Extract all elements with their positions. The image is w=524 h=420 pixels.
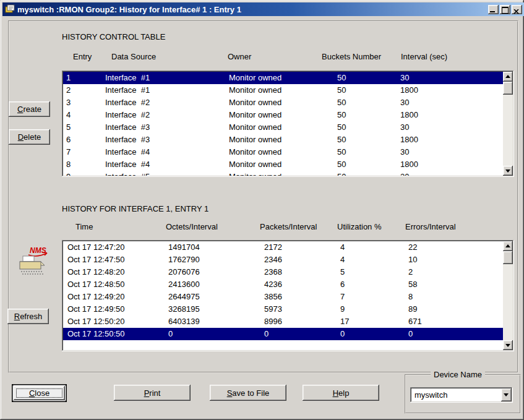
save-button-label: S <box>227 388 233 398</box>
help-button-label: H <box>333 388 338 398</box>
table-row[interactable]: 6Interface #3Monitor owned501800 <box>63 134 503 146</box>
scroll-up-button[interactable] <box>503 72 513 82</box>
column-header-time: Time <box>75 222 93 231</box>
table-cell: 17 <box>340 315 408 328</box>
print-button-label: P <box>144 388 150 398</box>
table-cell: 30 <box>400 121 503 134</box>
table-cell: Monitor owned <box>229 96 337 109</box>
history-list-rows: Oct 17 12:47:2014917042172422Oct 17 12:4… <box>63 241 503 350</box>
table-cell: Interface #3 <box>105 121 229 134</box>
scrollbar-thumb[interactable] <box>503 82 513 95</box>
titlebar[interactable]: myswitch :RMON Group2: History for Inter… <box>2 2 524 16</box>
table-cell: Oct 17 12:50:50 <box>63 328 168 340</box>
maximize-button[interactable] <box>500 5 510 14</box>
scroll-down-button[interactable] <box>503 340 513 350</box>
table-cell: 2346 <box>264 254 340 266</box>
help-button-label-rest: elp <box>338 388 349 398</box>
column-header-packets: Packets/Interval <box>260 222 317 231</box>
scroll-down-button[interactable] <box>503 166 513 176</box>
device-name-label: Device Name <box>431 370 485 379</box>
create-button[interactable]: Create <box>9 101 50 117</box>
table-row[interactable]: 8Interface #4Monitor owned501800 <box>63 158 503 171</box>
close-button-label: C <box>29 388 35 398</box>
table-cell: Monitor owned <box>229 146 337 158</box>
table-row[interactable]: 7Interface #4Monitor owned5030 <box>63 146 503 158</box>
table-row[interactable]: 9Interface #5Monitor owned5030 <box>63 171 503 176</box>
arrow-up-icon <box>505 244 510 247</box>
table-row[interactable]: Oct 17 12:48:202076076236852 <box>63 266 503 278</box>
history-data-list[interactable]: Oct 17 12:47:2014917042172422Oct 17 12:4… <box>62 240 514 351</box>
table-cell: Oct 17 12:48:20 <box>63 266 168 278</box>
table-cell: Monitor owned <box>229 171 337 176</box>
close-button-label-rest: lose <box>35 388 49 398</box>
table-row[interactable]: Oct 17 12:47:2014917042172422 <box>63 241 503 254</box>
close-button[interactable]: Close <box>12 385 66 401</box>
table-cell: Monitor owned <box>229 158 337 171</box>
table-cell: Interface #4 <box>105 158 229 171</box>
table-row[interactable]: Oct 17 12:47:5017627902346410 <box>63 254 503 266</box>
minimize-button[interactable] <box>488 5 499 14</box>
table-row[interactable]: 2Interface #1Monitor owned501800 <box>63 84 503 96</box>
column-header-owner: Owner <box>228 52 251 61</box>
table-row[interactable]: 1Interface #1Monitor owned5030 <box>63 72 503 84</box>
table-cell: 1491704 <box>168 241 264 254</box>
table-row[interactable]: 5Interface #3Monitor owned5030 <box>63 121 503 134</box>
table-row[interactable]: Oct 17 12:48:5024136004236658 <box>63 278 503 291</box>
arrow-down-icon <box>505 344 510 347</box>
table-cell: Oct 17 12:47:20 <box>63 241 168 254</box>
table-row[interactable]: 4Interface #2Monitor owned501800 <box>63 109 503 121</box>
scrollbar-thumb[interactable] <box>503 251 513 264</box>
table-cell: 2 <box>408 266 503 278</box>
refresh-button-label-rest: efresh <box>20 312 42 321</box>
table-cell: 1800 <box>400 158 503 171</box>
table-row[interactable]: Oct 17 12:50:500000 <box>63 328 503 340</box>
column-header-octets: Octets/Interval <box>166 222 218 231</box>
table-cell: 0 <box>340 328 408 340</box>
table-row[interactable]: Oct 17 12:49:202644975385678 <box>63 291 503 303</box>
scroll-up-button[interactable] <box>503 241 513 251</box>
table-row[interactable]: 3Interface #2Monitor owned5030 <box>63 96 503 109</box>
table-cell: Oct 17 12:49:50 <box>63 303 168 315</box>
help-button[interactable]: Help <box>303 385 379 401</box>
table-cell: Interface #1 <box>105 72 229 84</box>
table-cell: 0 <box>408 328 503 340</box>
table-row[interactable]: Oct 17 12:50:206403139899617671 <box>63 315 503 328</box>
table-cell: 50 <box>337 121 400 134</box>
history-list-scrollbar[interactable] <box>503 241 513 350</box>
table-cell: 50 <box>337 72 400 84</box>
table-cell: 6 <box>63 134 105 146</box>
refresh-button[interactable]: Refresh <box>7 309 49 324</box>
combobox-dropdown-button[interactable] <box>501 388 512 401</box>
table-cell: Monitor owned <box>229 134 337 146</box>
table-cell: 4 <box>63 109 105 121</box>
table-cell: 89 <box>408 303 503 315</box>
history-table-title: HISTORY FOR INTERFACE 1, ENTRY 1 <box>62 204 208 213</box>
arrow-up-icon <box>505 75 510 78</box>
table-cell: 6403139 <box>168 315 264 328</box>
table-cell: 50 <box>337 134 400 146</box>
table-cell: 4 <box>340 241 408 254</box>
titlebar-buttons <box>488 5 522 14</box>
table-cell: 9 <box>340 303 408 315</box>
table-cell: Oct 17 12:49:20 <box>63 291 168 303</box>
table-cell: 1 <box>63 72 105 84</box>
device-name-combobox[interactable]: myswitch <box>410 387 513 403</box>
control-table-title: HISTORY CONTROL TABLE <box>62 32 165 41</box>
table-cell: 8 <box>63 158 105 171</box>
print-button[interactable]: Print <box>114 385 191 401</box>
save-to-file-button[interactable]: Save to File <box>210 385 286 401</box>
titlebar-close-button[interactable] <box>512 5 522 14</box>
create-button-label: C <box>17 105 23 114</box>
table-cell: 5 <box>340 266 408 278</box>
table-cell: Interface #4 <box>105 146 229 158</box>
table-cell: Interface #2 <box>105 96 229 109</box>
history-control-list[interactable]: 1Interface #1Monitor owned50302Interface… <box>62 71 514 177</box>
print-button-label-rest: rint <box>149 388 160 398</box>
table-cell: 2172 <box>264 241 340 254</box>
control-list-rows: 1Interface #1Monitor owned50302Interface… <box>63 72 503 176</box>
table-row[interactable]: Oct 17 12:49:5032681955973989 <box>63 303 503 315</box>
delete-button[interactable]: Delete <box>9 129 50 145</box>
control-list-scrollbar[interactable] <box>503 72 513 176</box>
nms-icon: NMS <box>15 245 52 281</box>
delete-button-label: D <box>18 132 24 142</box>
